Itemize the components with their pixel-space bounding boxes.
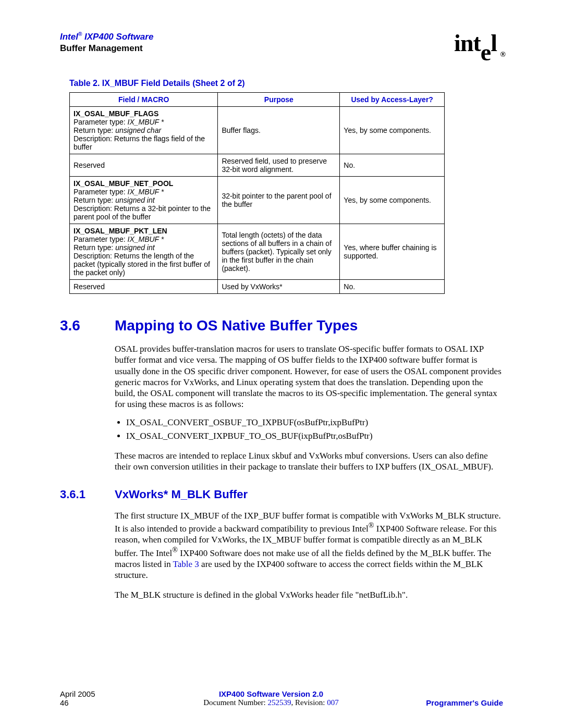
footer-rev: 007: [327, 698, 339, 707]
table-row: IX_OSAL_MBUF_NET_POOLParameter type: IX_…: [70, 177, 445, 224]
subsection-num: 3.6.1: [60, 488, 115, 501]
subsection-title: VxWorks* M_BLK Buffer: [115, 488, 248, 501]
cell-purpose: Reserved field, used to preserve 32-bit …: [218, 154, 340, 177]
table3-link[interactable]: Table 3: [173, 559, 199, 569]
section-3-6-para1: OSAL provides buffer-translation macros …: [115, 343, 503, 410]
footer-left: April 2005 46: [60, 689, 143, 707]
f2a: Document Number:: [203, 698, 267, 707]
footer-docnum: 252539: [268, 698, 291, 707]
cell-field: Reserved: [70, 154, 218, 177]
th-field: Field / MACRO: [70, 93, 218, 107]
cell-field: IX_OSAL_MBUF_FLAGSParameter type: IX_MBU…: [70, 107, 218, 154]
section-3-6-para2: These macros are intended to replace Lin…: [115, 450, 503, 473]
table-header-row: Field / MACRO Purpose Used by Access-Lay…: [70, 93, 445, 107]
th-used: Used by Access-Layer?: [340, 93, 445, 107]
title-prefix: Intel: [60, 32, 78, 42]
cell-used: Yes, where buffer chaining is supported.: [340, 224, 445, 280]
table-row: ReservedUsed by VxWorks*No.: [70, 280, 445, 294]
logo-reg: ®: [500, 51, 505, 58]
table-row: IX_OSAL_MBUF_FLAGSParameter type: IX_MBU…: [70, 107, 445, 154]
cell-used: Yes, by some components.: [340, 177, 445, 224]
table-caption: Table 2. IX_MBUF Field Details (Sheet 2 …: [69, 79, 503, 88]
intel-logo: intel®: [454, 31, 503, 60]
cell-purpose: Used by VxWorks*: [218, 280, 340, 294]
cell-purpose: 32-bit pointer to the parent pool of the…: [218, 177, 340, 224]
cell-purpose: Buffer flags.: [218, 107, 340, 154]
cell-used: No.: [340, 154, 445, 177]
th-purpose: Purpose: [218, 93, 340, 107]
cell-purpose: Total length (octets) of the data sectio…: [218, 224, 340, 280]
footer-center: IXP400 Software Version 2.0 Document Num…: [143, 689, 399, 707]
section-title: Mapping to OS Native Buffer Types: [115, 317, 358, 334]
table-row: ReservedReserved field, used to preserve…: [70, 154, 445, 177]
footer-page: 46: [60, 698, 143, 707]
section-num: 3.6: [60, 317, 115, 334]
list-item: IX_OSAL_CONVERT_OSBUF_TO_IXPBUF(osBufPtr…: [126, 417, 503, 428]
f2b: , Revision:: [291, 698, 327, 707]
doc-title: Intel® IXP400 Software: [60, 31, 153, 42]
footer-version: IXP400 Software Version 2.0: [143, 689, 399, 698]
table-row: IX_OSAL_MBUF_PKT_LENParameter type: IX_M…: [70, 224, 445, 280]
list-item: IX_OSAL_CONVERT_IXPBUF_TO_OS_BUF(ixpBufP…: [126, 431, 503, 441]
section-3-6-1-para1: The first structure IX_MBUF of the IXP_B…: [115, 510, 503, 581]
doc-subtitle: Buffer Management: [60, 43, 153, 54]
section-3-6-1-para2: The M_BLK structure is defined in the gl…: [115, 589, 503, 600]
cell-used: Yes, by some components.: [340, 107, 445, 154]
section-3-6-1-heading: 3.6.1 VxWorks* M_BLK Buffer: [60, 488, 503, 501]
footer-date: April 2005: [60, 689, 143, 698]
page-header: Intel® IXP400 Software Buffer Management…: [60, 31, 503, 60]
footer-docnum-line: Document Number: 252539, Revision: 007: [143, 698, 399, 707]
macro-list: IX_OSAL_CONVERT_OSBUF_TO_IXPBUF(osBufPtr…: [115, 417, 503, 441]
p1reg: ®: [369, 521, 374, 529]
cell-field: IX_OSAL_MBUF_PKT_LENParameter type: IX_M…: [70, 224, 218, 280]
page-container: Intel® IXP400 Software Buffer Management…: [0, 0, 563, 728]
footer-guide: Programmer's Guide: [399, 698, 503, 707]
header-left: Intel® IXP400 Software Buffer Management: [60, 31, 153, 54]
cell-field: IX_OSAL_MBUF_NET_POOLParameter type: IX_…: [70, 177, 218, 224]
field-table: Field / MACRO Purpose Used by Access-Lay…: [69, 92, 445, 294]
cell-field: Reserved: [70, 280, 218, 294]
title-suffix: IXP400 Software: [82, 32, 153, 42]
page-footer: April 2005 46 IXP400 Software Version 2.…: [60, 689, 503, 707]
cell-used: No.: [340, 280, 445, 294]
p1reg2: ®: [172, 546, 178, 554]
section-3-6-heading: 3.6 Mapping to OS Native Buffer Types: [60, 317, 503, 334]
